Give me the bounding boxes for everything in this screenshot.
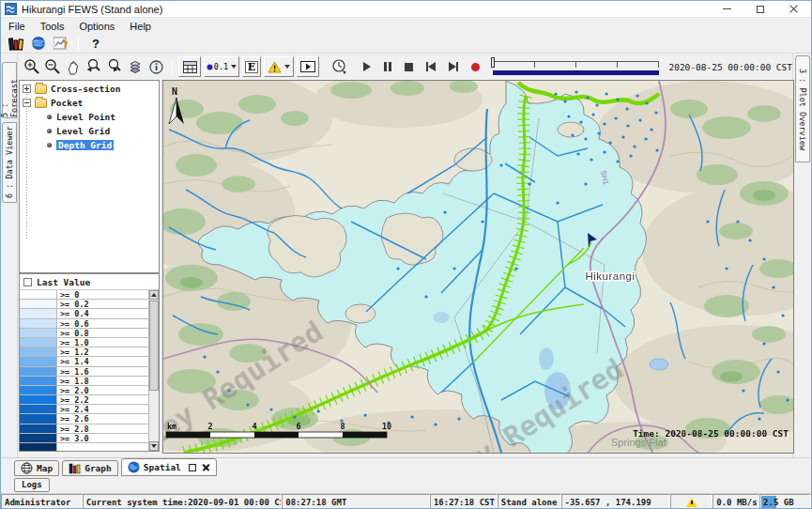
right-tab-strip: 3 : Plot Overview: [792, 54, 811, 457]
labels-toggle-button[interactable]: E: [242, 56, 261, 77]
bullet-icon: [47, 115, 52, 119]
logs-button[interactable]: Logs: [14, 478, 50, 492]
minimize-button[interactable]: [710, 1, 743, 17]
status-user: Administrator: [1, 494, 83, 509]
tab-data-viewer[interactable]: 6 : Data Viewer: [2, 122, 17, 203]
legend-row[interactable]: >= 3.0: [20, 434, 148, 443]
info-button[interactable]: [146, 56, 166, 77]
maximize-button[interactable]: [743, 1, 777, 17]
legend-row[interactable]: >= 0.2: [20, 300, 148, 309]
tab-label: Graph: [84, 463, 112, 473]
legend-row[interactable]: >= 2.0: [20, 386, 148, 395]
legend-value: >= 1.2: [57, 347, 148, 356]
time-slider-ticks: [493, 61, 659, 68]
legend-scrollbar[interactable]: [148, 290, 159, 451]
legend-row[interactable]: >= 1.2: [20, 347, 148, 357]
status-rate: 0.0 MB/s: [712, 494, 759, 509]
animation-button[interactable]: [297, 56, 319, 77]
timeseries-dialog-button[interactable]: [50, 35, 72, 53]
application-window: Hikurangi FEWS (Stand alone) File Tools …: [0, 0, 812, 509]
last-value-checkbox[interactable]: [23, 278, 32, 286]
scrollbar-thumb[interactable]: [149, 301, 159, 391]
zoom-in-button[interactable]: [22, 56, 42, 77]
close-panel-icon[interactable]: [202, 463, 210, 471]
legend-swatch: [20, 347, 57, 356]
legend-value: >= 0.4: [57, 309, 148, 317]
tab-map[interactable]: Map: [14, 460, 59, 476]
tree-node-depth-grid[interactable]: Depth Grid: [20, 139, 159, 151]
zoom-previous-button[interactable]: [84, 56, 104, 77]
menu-file[interactable]: File: [1, 18, 33, 34]
pause-icon: [384, 62, 391, 71]
zoom-next-button[interactable]: [104, 56, 125, 77]
tab-spatial[interactable]: Spatial: [121, 458, 217, 476]
map-canvas[interactable]: API Key Required API Key Required Hikura…: [163, 81, 794, 454]
help-icon: ?: [92, 37, 100, 51]
database-viewer-button[interactable]: [5, 35, 27, 53]
legend-row[interactable]: >= 2.6: [20, 414, 148, 424]
legend-row[interactable]: >= 1.4: [20, 357, 148, 366]
legend-row[interactable]: >= 1.0: [20, 338, 148, 347]
zoom-out-button[interactable]: [42, 56, 63, 77]
pause-button[interactable]: [384, 62, 391, 71]
menu-tools[interactable]: Tools: [33, 18, 72, 34]
legend-row[interactable]: >= 0.6: [20, 319, 148, 329]
tab-forecast[interactable]: 5 : Forecast: [2, 62, 17, 118]
collapse-icon[interactable]: [23, 99, 31, 107]
stop-button[interactable]: [405, 63, 413, 71]
legend-row[interactable]: >= 2.4: [20, 405, 148, 414]
tree-node-cross-section[interactable]: Cross-section: [20, 83, 159, 95]
play-button[interactable]: [363, 62, 371, 71]
menu-options[interactable]: Options: [71, 18, 122, 34]
legend-row[interactable]: >= 2.8: [20, 424, 148, 434]
database-viewer-icon: [8, 36, 23, 51]
time-slider[interactable]: [491, 57, 661, 76]
spatial-display-button[interactable]: [27, 35, 50, 53]
legend-swatch: [20, 434, 57, 442]
contour-interval-dropdown[interactable]: 0.1: [204, 56, 239, 77]
legend-row[interactable]: >= 0.8: [20, 329, 148, 338]
expand-icon[interactable]: [23, 85, 31, 93]
help-button[interactable]: ?: [84, 35, 107, 53]
scroll-down-icon[interactable]: [149, 441, 159, 451]
legend-row[interactable]: >= 1.6: [20, 367, 148, 377]
bullet-icon: [47, 143, 52, 147]
pan-button[interactable]: [63, 56, 84, 77]
close-button[interactable]: [777, 1, 811, 17]
thresholds-dropdown[interactable]: [264, 56, 294, 77]
toolbar-separator: [78, 36, 79, 51]
tree-node-label: Pocket: [51, 98, 83, 108]
skip-to-start-button[interactable]: [426, 62, 436, 71]
legend-row[interactable]: >= 0.4: [20, 309, 148, 318]
movie-icon: [300, 61, 315, 72]
layers-button[interactable]: [125, 56, 146, 77]
tree-node-level-grid[interactable]: Level Grid: [20, 125, 159, 137]
status-warning[interactable]: [670, 494, 712, 509]
legend-value: >= 2.4: [57, 405, 148, 413]
legend-row-overflow: [20, 443, 148, 451]
tab-plot-overview[interactable]: 3 : Plot Overview: [795, 55, 810, 162]
tree-node-level-point[interactable]: Level Point: [20, 111, 159, 123]
legend-row[interactable]: >= 0: [20, 290, 148, 300]
tree-node-pocket[interactable]: Pocket: [20, 97, 159, 109]
display-tabs-row: Map Graph Spatial: [1, 457, 811, 476]
timeline-datetime: 2020-08-25 00:00:00 CST: [668, 62, 792, 72]
legend-value: >= 1.4: [57, 357, 148, 365]
scale-tick: 6: [296, 422, 300, 431]
maximize-panel-icon[interactable]: [189, 464, 196, 471]
legend-row[interactable]: >= 2.2: [20, 395, 148, 405]
warning-icon: [686, 498, 697, 507]
tab-graph[interactable]: Graph: [62, 460, 118, 476]
record-button[interactable]: [471, 63, 480, 71]
scale-tick: 10: [382, 422, 391, 431]
legend-row[interactable]: >= 1.8: [20, 377, 148, 386]
menu-help[interactable]: Help: [122, 18, 159, 34]
timestep-button[interactable]: [329, 56, 350, 77]
grid-display-button[interactable]: [178, 56, 201, 77]
north-label: N: [172, 86, 177, 97]
skip-to-end-button[interactable]: [449, 62, 458, 71]
scroll-up-icon[interactable]: [149, 290, 159, 300]
time-slider-handle[interactable]: [491, 57, 495, 68]
zoom-next-icon: [106, 58, 123, 75]
globe-icon: [31, 36, 46, 51]
